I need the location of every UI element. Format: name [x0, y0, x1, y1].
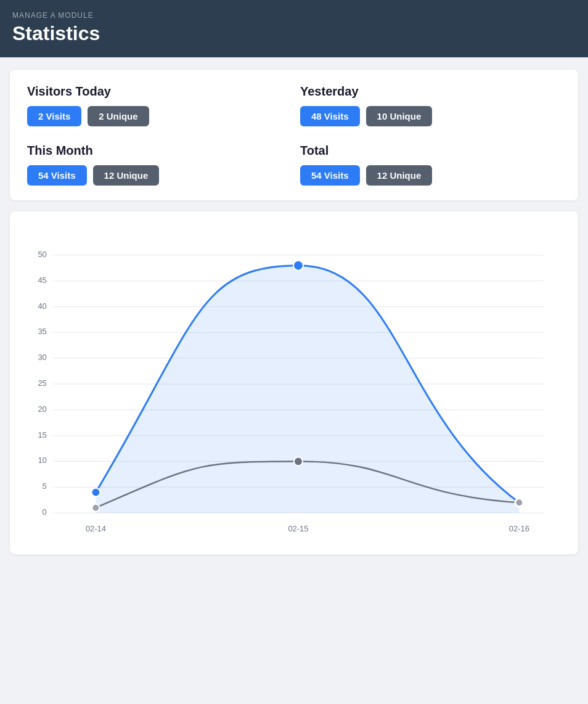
- visitors-today-unique-badge: 2 Unique: [88, 106, 149, 126]
- this-month-unique-badge: 12 Unique: [93, 165, 160, 186]
- gray-point-3: [515, 499, 523, 506]
- x-label-3: 02-16: [509, 524, 529, 533]
- this-month-block: This Month 54 Visits 12 Unique: [27, 144, 288, 186]
- x-label-2: 02-15: [288, 524, 308, 533]
- blue-area: [96, 266, 519, 513]
- y-label-10: 10: [38, 456, 46, 465]
- y-label-5: 5: [43, 481, 47, 491]
- stats-card: Visitors Today 2 Visits 2 Unique Yesterd…: [10, 70, 578, 200]
- chart-container: 0 5 10 15 20 25 30 35 40 45 50: [16, 224, 568, 544]
- x-label-1: 02-14: [86, 524, 106, 533]
- main-content: Visitors Today 2 Visits 2 Unique Yesterd…: [0, 57, 588, 567]
- this-month-badges: 54 Visits 12 Unique: [27, 165, 288, 186]
- visitors-today-visits-badge: 2 Visits: [27, 106, 81, 126]
- chart-card: 0 5 10 15 20 25 30 35 40 45 50: [10, 211, 578, 554]
- y-label-15: 15: [38, 430, 46, 440]
- this-month-visits-badge: 54 Visits: [27, 165, 87, 186]
- yesterday-block: Yesterday 48 Visits 10 Unique: [300, 84, 561, 126]
- total-label: Total: [300, 144, 561, 158]
- y-label-50: 50: [38, 250, 46, 259]
- y-label-35: 35: [38, 327, 46, 336]
- line-chart: 0 5 10 15 20 25 30 35 40 45 50: [16, 224, 568, 544]
- visitors-today-label: Visitors Today: [27, 84, 288, 99]
- y-label-45: 45: [38, 276, 46, 285]
- yesterday-badges: 48 Visits 10 Unique: [300, 106, 561, 126]
- total-visits-badge: 54 Visits: [300, 165, 360, 186]
- page-title: Statistics: [12, 22, 576, 45]
- y-label-20: 20: [38, 404, 46, 414]
- visitors-today-block: Visitors Today 2 Visits 2 Unique: [27, 84, 288, 126]
- header-subtitle: MANAGE A MODULE: [12, 11, 576, 20]
- yesterday-label: Yesterday: [300, 84, 561, 99]
- y-label-30: 30: [38, 353, 46, 362]
- visitors-today-badges: 2 Visits 2 Unique: [27, 106, 288, 126]
- yesterday-unique-badge: 10 Unique: [366, 106, 433, 126]
- total-badges: 54 Visits 12 Unique: [300, 165, 561, 186]
- gray-point-1: [92, 504, 99, 512]
- y-label-40: 40: [38, 301, 46, 311]
- this-month-label: This Month: [27, 144, 288, 158]
- page-header: MANAGE A MODULE Statistics: [0, 0, 588, 57]
- y-label-25: 25: [38, 379, 46, 388]
- y-label-0: 0: [43, 507, 47, 517]
- total-unique-badge: 12 Unique: [366, 165, 433, 186]
- yesterday-visits-badge: 48 Visits: [300, 106, 360, 126]
- total-block: Total 54 Visits 12 Unique: [300, 144, 561, 186]
- gray-point-2: [294, 457, 303, 465]
- blue-point-1: [91, 488, 100, 497]
- blue-point-2: [293, 261, 303, 271]
